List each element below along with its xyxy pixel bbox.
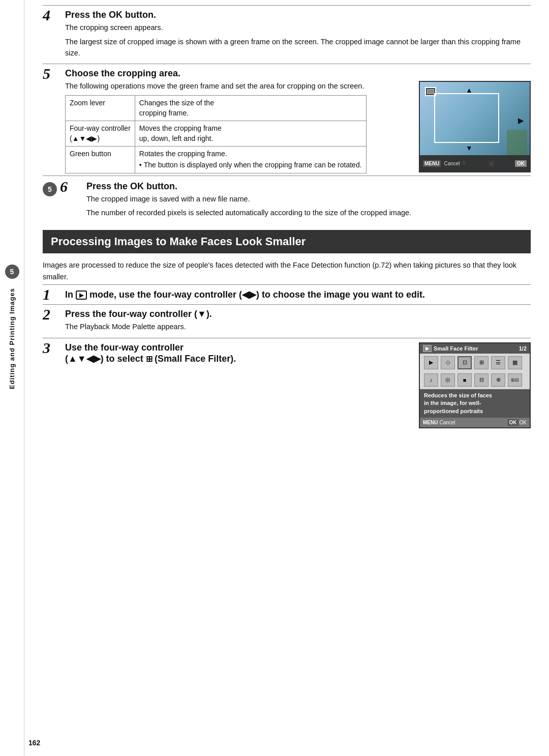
step-5-content: Choose the cropping area. The following …: [65, 68, 531, 173]
table-cell-green-desc: Rotates the cropping frame. • The button…: [135, 147, 366, 173]
bottom-controls: MENU Cancel OK: [420, 155, 530, 171]
sff-screen: ▶ Small Face Filter 1/2 ▶ ◇ ⊡ ⊞: [419, 342, 531, 428]
sff-icon-square: ■: [458, 373, 472, 387]
sff-ok-box: OK: [508, 419, 518, 426]
sff-menu-label: MENU: [423, 420, 438, 425]
sff-header: ▶ Small Face Filter 1/2: [420, 343, 530, 354]
step-5-left: The following operations move the green …: [65, 81, 411, 173]
sidebar-text: Editing and Printing Images: [8, 288, 16, 389]
sff-bottom: MENU Cancel OK OK: [420, 418, 530, 427]
menu-label-bar: MENU: [423, 160, 441, 167]
step-6-section: 5 6 Press the OK button. The cropped ima…: [43, 176, 531, 222]
page-wrapper: 5 Editing and Printing Images 4 Press th…: [0, 0, 549, 756]
table-cell-zoom-desc: Changes the size of thecropping frame.: [135, 96, 366, 121]
step-3-left: Use the four-way controller (▲▼◀▶) to se…: [65, 342, 411, 367]
new-step-2-title: Press the four-way controller (▼).: [65, 309, 531, 319]
page-number: 162: [28, 739, 40, 747]
step-5-section: 5 Choose the cropping area. The followin…: [43, 64, 531, 173]
step-6-body2: The number of recorded pixels is selecte…: [86, 208, 531, 219]
arrow-right-icon: ▶: [518, 117, 524, 125]
table-row: Zoom lever Changes the size of thecroppi…: [66, 96, 367, 121]
new-step-1-section: 1 In ▶ mode, use the four-way controller…: [43, 284, 531, 302]
step-3-layout: Use the four-way controller (▲▼◀▶) to se…: [65, 342, 531, 428]
sff-icon-diamond: ◇: [441, 356, 455, 369]
table-cell-zoom-label: Zoom lever: [66, 96, 135, 121]
sff-icon-multi: ⊕: [491, 373, 505, 387]
sff-icon-selected: ⊡: [458, 356, 472, 369]
arrow-up-icon: ▲: [466, 86, 473, 94]
new-step-2-number: 2: [43, 307, 65, 322]
sff-bottom-right: OK OK: [508, 419, 527, 426]
sidebar: 5 Editing and Printing Images: [0, 0, 24, 756]
sff-icon-film: ⊟: [474, 373, 489, 387]
playback-mode-icon: ▶: [76, 290, 87, 300]
sff-icon-lines: ☰: [491, 356, 505, 369]
sff-icon-playback: ▶: [424, 356, 438, 369]
sff-cancel-label: Cancel: [439, 420, 455, 425]
sff-header-page: 1/2: [519, 345, 527, 352]
step-6-title: Press the OK button.: [86, 181, 531, 192]
sff-icons-row1: ▶ ◇ ⊡ ⊞ ☰ ▦: [420, 354, 530, 372]
crop-frame: [434, 93, 499, 143]
step-5-right: ▲ ▼ ▶ MENU 🔍: [419, 81, 531, 172]
step-4-body2: The largest size of cropped image is sho…: [65, 37, 531, 59]
table-cell-fwc-label: Four-way controller(▲▼◀▶): [66, 121, 135, 147]
new-step-3-section: 3 Use the four-way controller (▲▼◀▶) to …: [43, 338, 531, 428]
step-5-title: Choose the cropping area.: [65, 68, 531, 79]
crop-table: Zoom lever Changes the size of thecroppi…: [65, 95, 367, 173]
step-6-badge: 5: [43, 182, 57, 196]
new-step-2-body: The Playback Mode Palette appears.: [65, 322, 531, 333]
sidebar-circle: 5: [5, 265, 19, 279]
table-cell-fwc-desc: Moves the cropping frameup, down, left a…: [135, 121, 366, 147]
cancel-label: Cancel: [444, 161, 460, 166]
camera-screen: ▲ ▼ ▶ MENU 🔍: [419, 81, 531, 172]
sff-playback-icon: ▶: [423, 345, 432, 352]
main-content: 4 Press the OK button. The cropping scre…: [24, 0, 549, 756]
sff-ok-label: OK: [520, 420, 527, 425]
new-step-1-content: In ▶ mode, use the four-way controller (…: [65, 289, 531, 302]
sff-icon-extra: ▦: [508, 356, 522, 369]
crop-icon-inner: [427, 89, 434, 94]
step-6-number: 6: [60, 179, 82, 194]
camera-screen-inner: ▲ ▼ ▶ MENU 🔍: [420, 82, 530, 171]
step-4-title: Press the OK button.: [65, 10, 531, 20]
table-row: Green button Rotates the cropping frame.…: [66, 147, 367, 173]
new-step-1-number: 1: [43, 287, 65, 302]
new-step-1-title: In ▶ mode, use the four-way controller (…: [65, 289, 531, 300]
table-row: Four-way controller(▲▼◀▶) Moves the crop…: [66, 121, 367, 147]
bullet-item: • The button is displayed only when the …: [139, 160, 362, 170]
step-4-section: 4 Press the OK button. The cropping scre…: [43, 5, 531, 62]
sff-header-left: ▶ Small Face Filter: [423, 345, 478, 352]
small-face-filter-icon: ⊞: [146, 355, 155, 363]
new-step-3-content: Use the four-way controller (▲▼◀▶) to se…: [65, 342, 531, 428]
step-5-number: 5: [43, 66, 65, 81]
sff-icon-grid: ⊞⊟: [508, 373, 522, 387]
sff-icon-note: ♪: [424, 373, 438, 387]
sff-bottom-left: MENU Cancel: [423, 420, 455, 425]
section-intro: Images are processed to reduce the size …: [43, 259, 531, 282]
step-6-content: Press the OK button. The cropped image i…: [86, 181, 531, 222]
sff-icon-circle: ◎: [441, 373, 455, 387]
new-step-2-section: 2 Press the four-way controller (▼). The…: [43, 304, 531, 336]
sff-header-label: Small Face Filter: [434, 345, 478, 352]
step-5-layout: The following operations move the green …: [65, 81, 531, 173]
section-banner: Processing Images to Make Faces Look Sma…: [43, 230, 531, 253]
step-4-body1: The cropping screen appears.: [65, 22, 531, 34]
arrow-down-icon: ▼: [466, 144, 473, 152]
new-step-3-title: Use the four-way controller (▲▼◀▶) to se…: [65, 342, 411, 364]
new-step-2-content: Press the four-way controller (▼). The P…: [65, 309, 531, 336]
step-4-content: Press the OK button. The cropping screen…: [65, 10, 531, 62]
step-6-body1: The cropped image is saved with a new fi…: [86, 194, 531, 205]
step-3-right: ▶ Small Face Filter 1/2 ▶ ◇ ⊡ ⊞: [419, 342, 531, 428]
sff-icon-face: ⊞: [474, 356, 489, 369]
scene-element: [507, 130, 527, 155]
sff-desc: Reduces the size of facesin the image, f…: [420, 389, 530, 418]
sff-icons-row2: ♪ ◎ ■ ⊟ ⊕ ⊞⊟: [420, 372, 530, 389]
step-4-number: 4: [43, 8, 65, 23]
new-step-3-number: 3: [43, 340, 65, 356]
table-cell-green-label: Green button: [66, 147, 135, 173]
step-5-body1: The following operations move the green …: [65, 81, 411, 92]
ok-label-bar: OK: [515, 160, 527, 167]
